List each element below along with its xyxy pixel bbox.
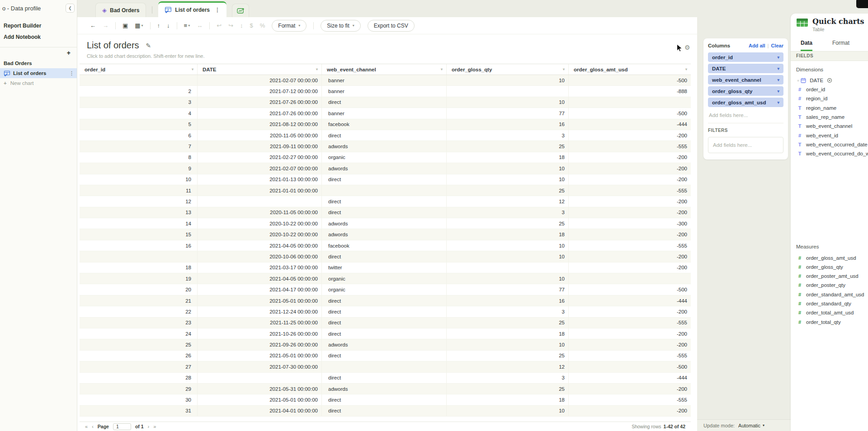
table-column-header[interactable]: order_gloss_qty ▾	[447, 64, 569, 75]
tab-format[interactable]: Format	[832, 40, 849, 51]
cell-order-id: 15	[80, 229, 198, 239]
sidebar-item-new-chart[interactable]: + New chart	[0, 78, 77, 88]
size-to-fit-button[interactable]: Size to fit ▾	[321, 20, 360, 32]
sidebar-item-list-of-orders[interactable]: List of orders ⋮	[0, 68, 77, 78]
first-page-icon[interactable]: «	[85, 424, 88, 429]
gear-icon[interactable]: ⚙	[684, 44, 690, 51]
dimension-field-row[interactable]: T web_event_occurred_do_w_n	[791, 149, 868, 158]
sort-caret-icon[interactable]: ▾	[685, 67, 687, 71]
dimension-field-row[interactable]: # region_id	[791, 94, 868, 103]
redo-icon[interactable]: →	[103, 22, 108, 29]
tab-menu-icon[interactable]: ⋮	[215, 7, 220, 13]
sidebar-item-bad-orders[interactable]: Bad Orders	[0, 58, 77, 68]
mouse-cursor	[676, 44, 683, 52]
column-chip[interactable]: order_id ▾	[708, 52, 783, 62]
column-chip[interactable]: web_event_channel ▾	[708, 75, 783, 84]
chart-description-placeholder[interactable]: Click to add chart description. Shift-en…	[87, 53, 697, 59]
columns-add-fields-placeholder[interactable]: Add fields here...	[708, 112, 783, 118]
table-row: 6 2020-11-05 00:00:00 direct 3 -200	[80, 130, 691, 141]
decrease-decimal-icon[interactable]: ↩	[217, 22, 222, 29]
measure-field-row[interactable]: # order_total_amt_usd	[791, 308, 868, 317]
previous-page-icon[interactable]: ‹	[92, 424, 94, 429]
cell-order-gloss-qty: 3	[447, 306, 569, 317]
duplicate-chart-icon[interactable]: ▣	[123, 22, 128, 29]
measure-field-row[interactable]: # order_gloss_qty	[791, 262, 868, 272]
cell-web-event-channel: adwords	[322, 218, 447, 229]
chevron-down-icon[interactable]: ▾	[777, 66, 779, 71]
cell-date: 2021-05-31 00:00:00	[198, 384, 322, 394]
measure-field-row[interactable]: # order_standard_amt_usd	[791, 290, 868, 299]
sort-caret-icon[interactable]: ▾	[563, 67, 565, 71]
edit-pencil-icon[interactable]: ✎	[146, 42, 151, 49]
table-row: 7 2021-09-11 00:00:00 adwords 25 -555	[80, 141, 691, 152]
chevron-down-icon[interactable]: ▾	[777, 100, 779, 105]
tab-bad-orders[interactable]: ◈ Bad Orders	[95, 3, 146, 17]
cell-order-id: 3	[80, 97, 198, 108]
percent-format-icon[interactable]: %	[260, 22, 265, 29]
table-column-header[interactable]: DATE ▾	[198, 64, 322, 75]
dimension-field-row[interactable]: T region_name	[791, 103, 868, 112]
add-all-link[interactable]: Add all	[749, 43, 765, 48]
column-chip[interactable]: DATE ▾	[708, 64, 783, 73]
sort-ascending-icon[interactable]: ↑	[157, 22, 160, 29]
dimension-field-row[interactable]: # web_event_id	[791, 131, 868, 140]
export-csv-button[interactable]: Export to CSV	[368, 20, 415, 32]
measure-field-row[interactable]: # order_total_qty	[791, 317, 868, 326]
add-chart-icon[interactable]: +	[67, 49, 71, 56]
table-column-header[interactable]: order_id ▾	[80, 64, 198, 75]
sort-caret-icon[interactable]: ▾	[192, 67, 193, 71]
dimension-field-row[interactable]: T web_event_occurred_date	[791, 140, 868, 149]
sidebar-item-report-builder[interactable]: Report Builder	[0, 20, 77, 31]
tab-separator	[152, 6, 152, 14]
update-mode-select[interactable]: Automatic ▾	[738, 423, 764, 428]
sidebar-collapse-button[interactable]: ❮	[66, 4, 75, 13]
page-number-input[interactable]	[113, 423, 131, 430]
table-column-header[interactable]: web_event_channel ▾	[322, 64, 447, 75]
cell-order-gloss-amt-usd: -200	[569, 406, 691, 416]
field-row-date[interactable]: = DATE	[791, 76, 868, 85]
cell-order-gloss-qty: 10	[447, 75, 569, 85]
cell-order-gloss-qty: 25	[447, 384, 569, 394]
dimension-field-row[interactable]: T web_event_channel	[791, 122, 868, 131]
sort-caret-icon[interactable]: ▾	[441, 67, 443, 71]
cell-order-id	[80, 251, 198, 262]
number-format-icon[interactable]: ↕	[240, 22, 243, 29]
measure-field-row[interactable]: # order_poster_amt_usd	[791, 272, 868, 281]
increase-decimal-icon[interactable]: ↪	[228, 22, 233, 29]
format-button[interactable]: Format ▾	[272, 20, 307, 32]
measure-field-row[interactable]: # order_standard_qty	[791, 299, 868, 308]
tab-data[interactable]: Data	[801, 40, 812, 51]
cell-order-id: 12	[80, 196, 198, 206]
column-chip[interactable]: order_gloss_qty ▾	[708, 86, 783, 96]
pagination-bar: « ‹ Page of 1 › » Showing rows 1-42 of 4…	[80, 422, 691, 431]
measure-field-row[interactable]: # order_gloss_amt_usd	[791, 253, 868, 262]
cell-order-gloss-amt-usd: -888	[569, 86, 691, 96]
clear-chart-icon[interactable]: ▦ ▾	[135, 22, 143, 29]
chevron-down-icon[interactable]: ▾	[777, 89, 779, 94]
last-page-icon[interactable]: »	[153, 424, 156, 429]
tab-list-of-orders[interactable]: List of orders ⋮	[158, 1, 226, 17]
field-type-icon: T	[797, 142, 802, 147]
new-chart-tab-button[interactable]	[232, 4, 249, 17]
sidebar-item-add-notebook[interactable]: Add Notebook	[0, 31, 77, 42]
undo-icon[interactable]: ←	[90, 22, 96, 29]
table-column-header[interactable]: order_gloss_amt_usd ▾	[569, 64, 691, 75]
currency-format-icon[interactable]: $	[250, 22, 253, 29]
sort-caret-icon[interactable]: ▾	[316, 67, 318, 71]
next-page-icon[interactable]: ›	[148, 424, 150, 429]
chevron-down-icon[interactable]: ▾	[777, 55, 779, 60]
chart-title[interactable]: List of orders	[87, 40, 139, 51]
clear-link[interactable]: Clear	[771, 43, 783, 48]
fit-width-icon[interactable]: ↔	[197, 22, 203, 29]
chevron-down-icon[interactable]: ▾	[777, 78, 779, 82]
column-chip[interactable]: order_gloss_amt_usd ▾	[708, 98, 783, 107]
dimension-field-row[interactable]: T sales_rep_name	[791, 112, 868, 122]
sort-descending-icon[interactable]: ↓	[167, 22, 170, 29]
filters-add-fields-box[interactable]: Add fields here...	[708, 137, 783, 153]
align-icon[interactable]: ≡ ▾	[184, 22, 190, 29]
dimension-field-row[interactable]: # order_id	[791, 85, 868, 94]
cell-order-gloss-amt-usd: -200	[569, 384, 691, 394]
measure-field-row[interactable]: # order_poster_qty	[791, 281, 868, 290]
kebab-icon[interactable]: ⋮	[69, 70, 74, 76]
cell-order-id: 24	[80, 328, 198, 339]
